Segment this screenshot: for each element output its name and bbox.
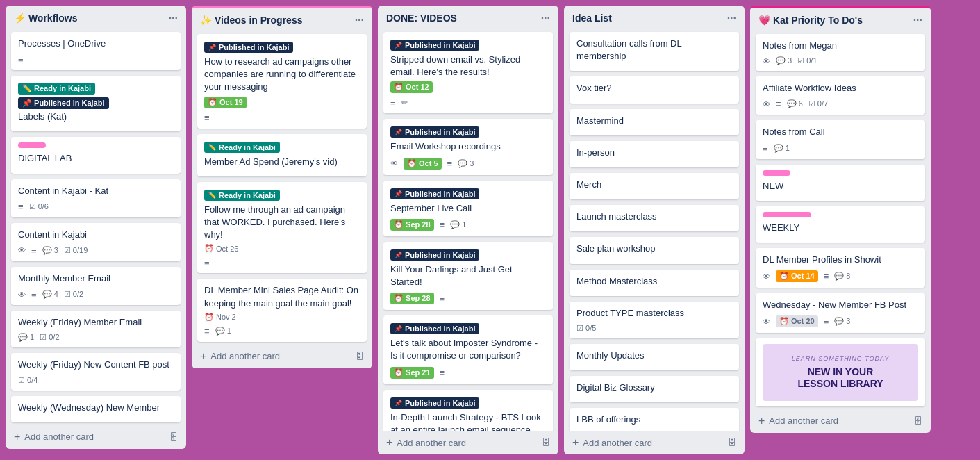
comment-icon: 💬 6 bbox=[787, 99, 803, 108]
card[interactable]: Weekly (Friday) Member Email💬 1☑ 0/2 bbox=[11, 311, 181, 347]
menu-icon: ≡ bbox=[776, 99, 781, 109]
card[interactable]: Weekly (Wednesday) New Member bbox=[11, 396, 181, 422]
checklist-icon: ☑ 0/6 bbox=[29, 202, 49, 211]
menu-icon: ≡ bbox=[204, 326, 210, 336]
card[interactable]: Wednesday - New Member FB Post👁⏰ Oct 20≡… bbox=[756, 293, 925, 333]
card[interactable]: LEARN something TODAY NEW IN YOURLESSON … bbox=[756, 338, 925, 406]
menu-icon: ≡ bbox=[18, 202, 24, 212]
archive-icon[interactable]: 🗄 bbox=[356, 352, 364, 361]
column-menu-button[interactable]: ··· bbox=[913, 15, 922, 26]
card-badge: 📌 Published in Kajabi bbox=[204, 42, 293, 53]
archive-icon[interactable]: 🗄 bbox=[169, 432, 178, 442]
card[interactable]: 📌 Published in KajabiLet's talk about Im… bbox=[383, 315, 553, 384]
card-title: Content in Kajabi bbox=[18, 229, 174, 241]
archive-icon[interactable]: 🗄 bbox=[728, 438, 736, 447]
column-kat-priority: 💗 Kat Priority To Do's···Notes from Mega… bbox=[750, 6, 931, 433]
card[interactable]: Vox tier? bbox=[570, 76, 739, 103]
card-title: WEEKLY bbox=[763, 222, 918, 234]
card[interactable]: 📌 Published in KajabiStripped down email… bbox=[383, 32, 553, 113]
cards-list: 📌 Published in KajabiStripped down email… bbox=[378, 29, 558, 431]
card[interactable]: ✏️ Ready in Kajabi📌 Published in KajabiL… bbox=[11, 76, 181, 131]
card-title: Affiliate Workflow Ideas bbox=[763, 82, 918, 95]
card-title: Consultation calls from DL membership bbox=[576, 38, 732, 63]
card-date: ⏰ Oct 12 bbox=[390, 81, 546, 93]
card-title: September Live Call bbox=[390, 202, 546, 215]
card[interactable]: 📌 Published in KajabiEmail Workshop reco… bbox=[383, 119, 553, 174]
card[interactable]: 📌 Published in KajabiHow to research ad … bbox=[197, 34, 367, 129]
checklist-icon: ☑ 0/2 bbox=[64, 290, 83, 299]
card[interactable]: In-person bbox=[570, 141, 739, 167]
column-menu-button[interactable]: ··· bbox=[355, 15, 364, 26]
card[interactable]: Processes | OneDrive≡ bbox=[11, 32, 181, 70]
eye-icon: 👁 bbox=[763, 318, 770, 326]
card[interactable]: Method Masterclass bbox=[570, 270, 739, 296]
card[interactable]: ✏️ Ready in KajabiFollow me through an a… bbox=[197, 182, 367, 274]
card[interactable]: Sale plan workshop bbox=[570, 237, 739, 263]
archive-icon[interactable]: 🗄 bbox=[914, 416, 922, 426]
comment-icon: 💬 3 bbox=[834, 317, 850, 326]
card[interactable]: WEEKLY bbox=[756, 206, 925, 243]
card[interactable]: Digital Biz Glossary bbox=[570, 376, 739, 402]
card[interactable]: Content in Kajabi👁≡💬 3☑ 0/19 bbox=[11, 223, 181, 261]
column-title: DONE: VIDEOS bbox=[386, 13, 457, 24]
column-menu-button[interactable]: ··· bbox=[169, 13, 178, 24]
card-title: Processes | OneDrive bbox=[18, 38, 174, 50]
card[interactable]: Monthly Member Email👁≡💬 4☑ 0/2 bbox=[11, 267, 181, 305]
column-header: ✨ Videos in Progress··· bbox=[192, 8, 372, 31]
card[interactable]: Monthly Updates bbox=[570, 344, 739, 370]
card[interactable]: Notes from Megan👁💬 3☑ 0/1 bbox=[756, 34, 925, 71]
menu-icon: ≡ bbox=[440, 293, 445, 304]
label-bar bbox=[763, 170, 790, 176]
menu-icon: ≡ bbox=[824, 316, 829, 327]
card[interactable]: Consultation calls from DL membership bbox=[570, 32, 739, 71]
card-meta: 👁≡💬 4☑ 0/2 bbox=[18, 289, 174, 299]
add-card-label: Add another card bbox=[210, 351, 280, 361]
column-menu-button[interactable]: ··· bbox=[541, 13, 550, 24]
menu-icon: ≡ bbox=[440, 220, 445, 230]
card[interactable]: Launch masterclass bbox=[570, 205, 739, 231]
add-card-button[interactable]: +Add another card🗄 bbox=[6, 425, 186, 449]
plus-icon: + bbox=[386, 436, 392, 449]
column-header: DONE: VIDEOS··· bbox=[378, 6, 558, 29]
card-meta: ≡☑ 0/6 bbox=[18, 202, 174, 212]
menu-icon: ≡ bbox=[31, 245, 37, 256]
column-title: 💗 Kat Priority To Do's bbox=[758, 15, 863, 26]
card[interactable]: LBB of offerings bbox=[570, 408, 739, 431]
card[interactable]: DIGITAL LAB bbox=[11, 137, 181, 173]
add-card-label: Add another card bbox=[769, 416, 838, 426]
card[interactable]: 📌 Published in KajabiIn-Depth Launch Str… bbox=[383, 390, 553, 432]
column-header: ⚡ Workflows··· bbox=[6, 6, 186, 29]
inline-badge: ✏️ Ready in Kajabi bbox=[18, 83, 95, 95]
card[interactable]: Notes from Call≡💬 1 bbox=[756, 120, 925, 158]
card[interactable]: Merch bbox=[570, 173, 739, 199]
card[interactable]: Content in Kajabi - Kat≡☑ 0/6 bbox=[11, 179, 181, 217]
card-meta: ☑ 0/4 bbox=[18, 376, 174, 385]
card-badge: 📌 Published in Kajabi bbox=[390, 397, 479, 409]
card[interactable]: Mastermind bbox=[570, 109, 739, 135]
add-card-button[interactable]: +Add another card🗄 bbox=[192, 345, 372, 368]
add-card-button[interactable]: +Add another card🗄 bbox=[564, 431, 745, 454]
add-card-button[interactable]: +Add another card🗄 bbox=[750, 409, 931, 433]
card[interactable]: Weekly (Friday) New Content FB post☑ 0/4 bbox=[11, 353, 181, 390]
archive-icon[interactable]: 🗄 bbox=[542, 438, 550, 447]
comment-icon: 💬 8 bbox=[834, 272, 850, 281]
card-title: Digital Biz Glossary bbox=[576, 381, 732, 394]
card[interactable]: Product TYPE masterclass☑ 0/5 bbox=[570, 302, 739, 338]
card[interactable]: 📌 Published in KajabiKill Your Darlings … bbox=[383, 242, 553, 310]
date-badge: ⏰ Sep 28 bbox=[390, 293, 434, 304]
column-menu-button[interactable]: ··· bbox=[727, 13, 736, 24]
column-title: ✨ Videos in Progress bbox=[200, 15, 302, 26]
card-meta: 👁⏰ Oct 5≡💬 3 bbox=[390, 158, 546, 170]
card[interactable]: DL Member Mini Sales Page Audit: On keep… bbox=[197, 279, 367, 341]
card-meta: ≡💬 1 bbox=[204, 326, 360, 336]
eye-icon: 👁 bbox=[763, 100, 770, 108]
add-card-button[interactable]: +Add another card🗄 bbox=[378, 431, 558, 454]
card[interactable]: NEW bbox=[756, 165, 925, 201]
card-title: Mastermind bbox=[576, 115, 732, 127]
card[interactable]: ✏️ Ready in KajabiMember Ad Spend (Jerem… bbox=[197, 134, 367, 176]
card[interactable]: DL Member Profiles in Showit👁⏰ Oct 14≡💬 … bbox=[756, 248, 925, 288]
comment-icon: 💬 4 bbox=[42, 290, 58, 299]
card[interactable]: 📌 Published in KajabiSeptember Live Call… bbox=[383, 181, 553, 236]
column-videos-in-progress: ✨ Videos in Progress···📌 Published in Ka… bbox=[192, 6, 372, 368]
card[interactable]: Affiliate Workflow Ideas👁≡💬 6☑ 0/7 bbox=[756, 76, 925, 115]
